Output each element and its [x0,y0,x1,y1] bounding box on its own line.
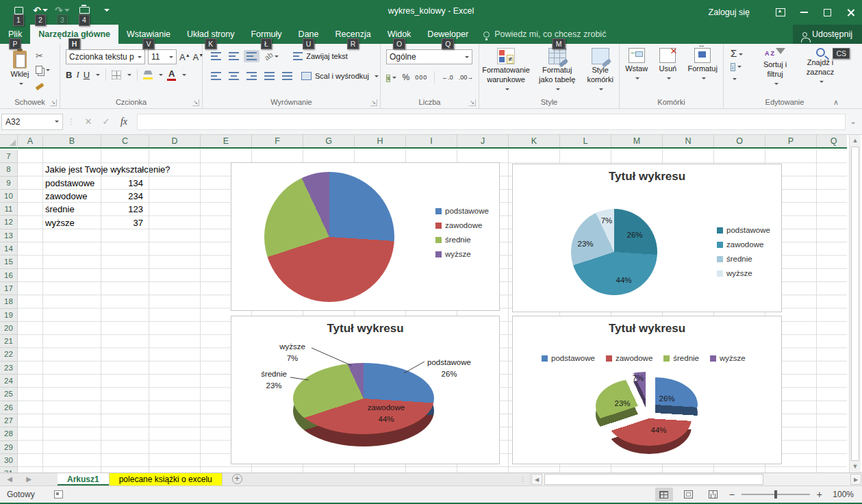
chart-pie-monochrome[interactable]: Tytuł wykresu 26% 44% 23% 7% podstawowe … [512,164,782,312]
cancel-button[interactable]: ✕ [79,116,97,127]
borders-button[interactable] [112,71,121,79]
name-box[interactable]: A32 [1,114,63,130]
row-header-27[interactable]: 27 [0,414,17,427]
row-header-13[interactable]: 13 [0,229,17,242]
tell-me-box[interactable]: Powiedz mi, co chcesz zrobićM [477,25,613,44]
page-break-view-button[interactable] [705,488,722,501]
row-header-30[interactable]: 30 [0,454,17,467]
paste-button[interactable]: Wklej [5,48,35,87]
comma-style-button[interactable]: 000 [415,74,427,81]
row-header-18[interactable]: 18 [0,295,17,308]
formula-input[interactable] [137,114,846,130]
column-header-P[interactable]: P [765,135,817,147]
percent-style-button[interactable]: % [402,73,409,82]
merge-center-button[interactable]: Scal i wyśrodkuj [301,72,379,80]
column-headers[interactable]: ABCDEFGHIJKLMNOPQ [18,135,847,149]
new-sheet-button[interactable]: + [232,474,242,484]
chart-pie-3d-exploded[interactable]: Tytuł wykresu podstawowe zawodowe średni… [512,316,782,464]
cell-c10[interactable]: 234 [101,190,143,203]
fill-button[interactable]: ↓ [731,62,743,71]
number-format-select[interactable]: Ogólne [386,49,472,64]
row-header-29[interactable]: 29 [0,441,17,454]
tab-formuly[interactable]: FormułyŁ [242,25,290,44]
cell-c9[interactable]: 134 [101,177,143,190]
row-header-7[interactable]: 7 [0,150,17,163]
row-header-24[interactable]: 24 [0,375,17,388]
autosum-button[interactable]: Σ [731,48,743,59]
scroll-left-icon[interactable]: ◀ [531,474,542,485]
decrease-font-button[interactable]: A▼ [193,52,204,62]
increase-indent-button[interactable] [279,70,295,82]
macro-record-icon[interactable] [54,490,63,499]
row-header-10[interactable]: 10 [0,190,17,203]
orientation-button[interactable]: ab [262,49,281,63]
wyrownanie-dialog-launcher[interactable]: ↘ [370,99,377,106]
underline-button[interactable]: U [84,70,90,80]
chart-pie-2d[interactable]: podstawowe zawodowe średnie wyższe [231,162,500,311]
column-header-I[interactable]: I [406,135,457,147]
column-header-F[interactable]: F [252,135,303,147]
select-all-button[interactable] [0,135,18,149]
row-header-16[interactable]: 16 [0,269,17,282]
format-painter-button[interactable] [36,81,44,88]
minimize-button[interactable] [792,2,815,23]
share-button[interactable]: UdostępnijCS [793,25,862,44]
column-header-L[interactable]: L [560,135,611,147]
horizontal-scroll-thumb[interactable] [544,474,763,485]
scroll-right-icon[interactable]: ▶ [850,474,861,485]
column-header-E[interactable]: E [201,135,252,147]
cell-b9[interactable]: podstawowe [45,177,94,190]
sheet-prev-icon[interactable]: ◀ [0,473,19,486]
column-header-G[interactable]: G [303,135,355,147]
italic-button[interactable]: I [76,69,79,80]
scroll-up-icon[interactable]: ▲ [850,135,861,147]
row-header-31[interactable]: 31 [0,467,17,473]
schowek-dialog-launcher[interactable]: ↘ [50,99,57,106]
row-header-14[interactable]: 14 [0,242,17,255]
row-header-19[interactable]: 19 [0,309,17,322]
enter-button[interactable]: ✓ [97,116,115,127]
column-header-N[interactable]: N [663,135,714,147]
zoom-out-button[interactable]: − [729,489,735,500]
sheet-tab-polecane[interactable]: polecane książki o excelu [110,473,223,486]
column-header-Q[interactable]: Q [817,135,847,147]
column-header-J[interactable]: J [457,135,509,147]
cell-b12[interactable]: wyższe [45,216,75,229]
tab-plik[interactable]: PlikP [0,25,30,44]
row-header-25[interactable]: 25 [0,388,17,401]
row-header-8[interactable]: 8 [0,163,17,176]
formula-bar-splitter[interactable]: ⋮ [67,117,75,126]
row-header-15[interactable]: 15 [0,255,17,268]
close-button[interactable] [839,2,862,23]
tab-deweloper[interactable]: DeweloperQ [419,25,477,44]
column-header-O[interactable]: O [714,135,765,147]
expand-formula-bar-button[interactable]: ⌄ [846,117,861,126]
align-top-button[interactable] [208,50,224,62]
align-center-button[interactable] [226,70,242,82]
tab-dane[interactable]: DaneU [290,25,327,44]
row-headers[interactable]: 7891011121314151617181920212223242526272… [0,150,18,473]
page-layout-view-button[interactable] [680,488,698,501]
column-header-B[interactable]: B [43,135,101,147]
liczba-dialog-launcher[interactable]: ↘ [469,99,476,106]
decrease-indent-button[interactable] [262,70,277,82]
align-right-button[interactable] [244,70,259,82]
tab-widok[interactable]: WidokO [379,25,420,44]
copy-button[interactable] [36,66,50,74]
row-header-22[interactable]: 22 [0,348,17,361]
column-header-D[interactable]: D [149,135,201,147]
column-header-M[interactable]: M [611,135,663,147]
tab-wstawianie[interactable]: WstawianieV [118,25,179,44]
accounting-format-button[interactable]: $ [386,73,396,82]
vertical-scroll-thumb[interactable] [851,147,859,461]
normal-view-button[interactable] [655,488,673,501]
zoom-in-button[interactable]: + [817,489,822,500]
tab-narzedzia-glowne[interactable]: Narzędzia główneH [30,25,118,44]
cell-c11[interactable]: 123 [101,203,143,216]
collapse-ribbon-button[interactable]: ∧ [833,98,839,107]
sheet-tab-arkusz1[interactable]: Arkusz1 [58,473,110,486]
cell-b10[interactable]: zawodowe [45,190,87,203]
column-header-K[interactable]: K [509,135,560,147]
cell-c12[interactable]: 37 [101,216,143,229]
vertical-scrollbar[interactable]: ▲ ▼ [849,135,861,473]
